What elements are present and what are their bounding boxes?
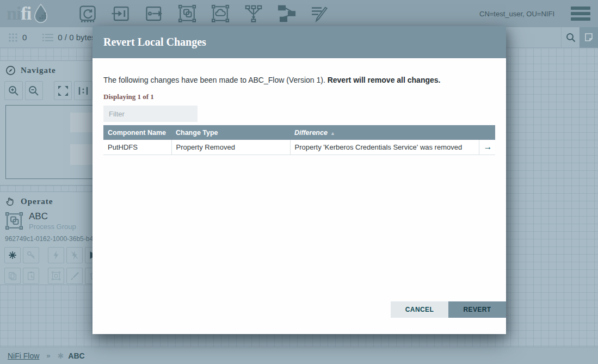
cancel-button[interactable]: CANCEL	[391, 301, 448, 318]
column-header-difference[interactable]: Difference▲	[290, 125, 479, 140]
output-port-icon[interactable]	[144, 3, 164, 24]
create-group-button[interactable]	[48, 268, 64, 284]
go-to-component-icon[interactable]: →	[484, 142, 492, 151]
nifi-droplet-icon	[31, 3, 51, 24]
cell-difference: Property 'Kerberos Credentials Service' …	[290, 140, 479, 155]
minimap-component	[70, 144, 93, 165]
paste-button[interactable]	[23, 268, 39, 284]
change-color-button[interactable]	[66, 268, 83, 284]
zoom-actual-size-button[interactable]	[74, 81, 93, 100]
dialog-title: Revert Local Changes	[103, 36, 206, 48]
revert-local-changes-dialog: Revert Local Changes The following chang…	[93, 26, 506, 334]
cell-component-name: PutHDFS	[103, 140, 171, 155]
nifi-application: nifi	[0, 0, 598, 364]
column-header-component-name[interactable]: Component Name	[103, 125, 171, 140]
birdseye-minimap[interactable]	[5, 105, 93, 179]
zoom-in-button[interactable]	[4, 81, 23, 100]
active-thread-count-value: 0	[22, 33, 27, 42]
selected-component-name: ABC	[29, 211, 76, 222]
operate-palette: Operate ABC Process Group 962749c1-0162-…	[0, 192, 93, 285]
dialog-message-emphasis: Revert will remove all changes.	[328, 76, 441, 84]
nifi-logo: nifi	[7, 0, 67, 27]
active-thread-count: 0	[8, 32, 27, 43]
search-icon	[565, 32, 576, 43]
navigate-title: Navigate	[21, 66, 56, 75]
hand-icon	[5, 196, 16, 207]
current-user: CN=test_user, OU=NIFI	[479, 10, 554, 18]
revert-button[interactable]: REVERT	[448, 301, 506, 318]
process-group-icon[interactable]	[177, 3, 198, 24]
dialog-header: Revert Local Changes	[93, 26, 506, 58]
threads-grid-icon	[8, 32, 19, 43]
label-icon[interactable]	[310, 3, 330, 24]
column-header-actions	[479, 125, 495, 140]
filter-input[interactable]	[103, 106, 198, 122]
breadcrumb: NiFi Flow » ✱ ABC	[0, 347, 598, 364]
start-button[interactable]	[85, 247, 93, 263]
sort-asc-icon: ▲	[330, 131, 335, 136]
results-summary: Displaying 1 of 1	[103, 92, 495, 101]
cell-change-type: Property Removed	[171, 140, 290, 155]
access-policies-button[interactable]	[23, 247, 39, 263]
column-header-change-type[interactable]: Change Type	[171, 125, 290, 140]
table-row[interactable]: PutHDFS Property Removed Property 'Kerbe…	[103, 140, 495, 155]
selected-component-id: 962749c1-0162-1000-36b5-b4	[5, 235, 93, 243]
local-changes-table: Component Name Change Type Difference▲ P…	[103, 125, 495, 155]
version-state-icon: ✱	[58, 351, 64, 360]
nav-button-spacer	[45, 81, 52, 100]
breadcrumb-current[interactable]: ABC	[68, 351, 84, 360]
queue-list-icon	[42, 32, 54, 43]
compass-icon	[5, 65, 16, 76]
queued-flowfiles: 0 / 0 bytes	[42, 32, 95, 43]
input-port-icon[interactable]	[110, 3, 131, 24]
search-button[interactable]	[561, 27, 579, 48]
dialog-message: The following changes have been made to …	[103, 58, 495, 84]
app-header: nifi	[0, 0, 598, 27]
selected-component-type: Process Group	[29, 222, 76, 231]
disable-button[interactable]	[66, 247, 83, 263]
bulletin-note-button[interactable]	[579, 27, 598, 48]
template-icon[interactable]	[276, 3, 297, 24]
enable-button[interactable]	[48, 247, 64, 263]
zoom-out-button[interactable]	[25, 81, 44, 100]
configure-button[interactable]	[4, 247, 21, 263]
queued-value: 0 / 0 bytes	[58, 33, 95, 42]
delete-button[interactable]	[85, 268, 93, 284]
breadcrumb-root-link[interactable]: NiFi Flow	[8, 351, 39, 360]
operate-title: Operate	[21, 197, 53, 206]
component-toolbar	[77, 3, 330, 24]
nifi-logo-text: nifi	[7, 0, 31, 27]
global-menu-button[interactable]	[571, 7, 590, 21]
funnel-icon[interactable]	[243, 3, 264, 24]
copy-button[interactable]	[4, 268, 21, 284]
minimap-component	[70, 113, 93, 132]
breadcrumb-separator: »	[46, 351, 50, 360]
processor-icon[interactable]	[77, 3, 98, 24]
zoom-fit-button[interactable]	[54, 81, 72, 100]
remote-process-group-icon[interactable]	[210, 3, 231, 24]
navigate-palette: Navigate	[0, 60, 93, 186]
note-icon	[584, 33, 594, 42]
process-group-badge-icon	[4, 211, 24, 231]
